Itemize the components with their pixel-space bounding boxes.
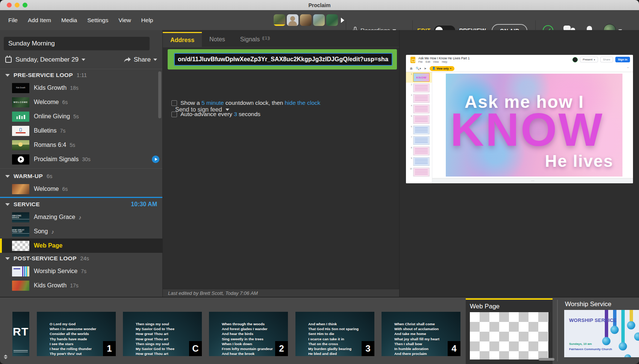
minimize-button[interactable] [15,3,20,8]
zoom-button[interactable] [23,3,27,8]
section-header-pre-service-loop[interactable]: PRE-SERVICE LOOP1:11 [0,69,162,81]
share-button[interactable]: Share [124,56,157,63]
section-name: PRE-SERVICE LOOP [14,72,73,79]
service-item-proclaim-signals[interactable]: Proclaim Signals30s [0,152,162,166]
service-item-kids-growth[interactable]: Kids Growth17s [0,278,162,293]
gslides-rail-thumb: 8 [406,146,432,156]
worship-card-title: Worship Service [565,301,611,308]
sidebar-scrollbar[interactable] [158,71,161,118]
gslides-rail-thumb: 3 [406,93,432,104]
gslides-avatar [572,57,578,62]
gslides-mini-slide [413,125,430,134]
collaborator-avatar[interactable] [313,14,325,26]
hide-clock-link[interactable]: hide the clock [285,100,320,106]
chevron-down-icon [82,59,85,61]
section-header-service[interactable]: SERVICE10:30 AM [0,199,162,210]
tab-address[interactable]: Address [163,32,202,47]
filmstrip-slide-c[interactable]: Then sings my soulMy Savior God to TheeH… [123,312,202,356]
gslides-mini-slide [413,83,430,92]
gslides-rail-thumb: 7 [406,135,432,146]
calendar-icon [5,57,12,63]
item-duration: 18s [70,85,79,91]
google-slides-icon [410,57,415,63]
gslides-slide-number: 5 [407,115,412,118]
section-header-warm-up[interactable]: WARM-UP6s [0,171,162,182]
gslides-mini-slide: KNOW [413,73,430,82]
section-meta: 10:30 AM [131,201,157,208]
menu-help[interactable]: Help [141,17,153,24]
service-item-kids-growth[interactable]: Kids GrowthKids Growth18s [0,81,162,95]
service-title-input[interactable] [4,37,150,50]
section-header-post-service-loop[interactable]: POST-SERVICE LOOP24s [0,253,162,264]
filmstrip-scrollbar[interactable] [539,358,554,361]
service-item-worship-service[interactable]: Worship Service7s [0,264,162,278]
menu-media[interactable]: Media [61,17,77,24]
service-item-amazing-grace[interactable]: AMAZING GRACEAmazing Grace♪ [0,210,162,224]
menu-settings[interactable]: Settings [87,17,108,24]
menu-add-item[interactable]: Add Item [28,17,51,24]
collaborator-avatar[interactable] [326,14,338,26]
webpage-transparent-thumb[interactable] [470,312,548,359]
preview-play-button[interactable] [152,156,159,163]
countdown-minutes-link[interactable]: 5 minute [201,100,224,106]
slide-lyrics: When Christ shall comeWith shout of accl… [394,322,441,356]
item-title: Kids Growth [34,282,67,289]
close-button[interactable] [7,3,12,8]
slide-lyrics: O Lord my GodWhen I in awesome wonderCon… [50,322,96,356]
cursor-icon: ➤ [424,67,427,70]
collapse-triangle-icon [5,175,10,178]
gslides-slide-number: 10 [407,168,412,170]
item-duration: 30s [82,156,91,162]
section-divider [0,168,162,169]
web-page-address-input[interactable] [174,53,392,66]
bar-chart-icon [17,114,25,119]
countdown-label: Show a 5 minute countdown clock, then hi… [180,100,320,106]
auto-advance-seconds-link[interactable]: 3 [234,111,237,117]
menu-file[interactable]: File [8,17,18,24]
item-duration: 5s [73,113,79,119]
item-duration: 7s [81,268,86,274]
filmstrip-expander[interactable] [4,355,8,359]
filmstrip-slide-3[interactable]: And when I thinkThat God His Son not spa… [295,312,374,356]
service-date-dropdown[interactable]: Sunday, December 29 [15,56,79,63]
music-note-icon: ♪ [79,214,82,221]
thumb-label: HOW GREAT THOU ART [12,229,29,234]
menu-view[interactable]: View [118,17,131,24]
filmstrip-webpage-card[interactable]: Web Page [466,298,553,364]
service-item-welcome[interactable]: WELCOMEWelcome6s [0,95,162,109]
service-item-welcome[interactable]: Welcome6s [0,182,162,196]
slide-lyrics: Then sings my soulMy Savior God to TheeH… [136,322,174,356]
gslides-slide-number: 1 [407,73,412,76]
webpage-card-title: Web Page [470,303,500,310]
tab-signals[interactable]: Signals (( 1 )) [233,32,277,47]
section-name: SERVICE [14,201,40,208]
filmstrip-worship-thumb[interactable]: WORSHIP SERVICE Sundays, 10 am Fairhaven… [564,310,639,357]
service-item-web-page[interactable]: Web Page [0,239,162,253]
checker-thumbnail [12,241,29,251]
collaborator-avatar[interactable] [287,14,298,26]
service-item-romans-6-4[interactable]: Romans 6:45s [0,138,162,152]
gslides-mini-slide [413,104,430,113]
send-to-sign-feed-dropdown[interactable]: Send to sign feed [175,106,229,113]
gslides-slide-number: 9 [407,157,412,160]
thumb-label: Kids Growth [16,87,26,89]
service-item-song[interactable]: HOW GREAT THOU ARTSong♪ [0,224,162,239]
filmstrip-partial-slide[interactable]: ART [12,312,29,356]
slide-badge: 4 [448,341,460,356]
gslides-mini-slide [413,136,430,145]
gslides-rail-thumb: 5 [406,114,432,125]
tab-notes[interactable]: Notes [202,32,233,47]
item-settings-panel: Address Notes Signals (( 1 )) Show a 5 m… [162,30,399,297]
google-slides-preview[interactable]: Ask Me How I Know He Lives Part 1 FileEd… [406,55,633,183]
service-item-bulletins[interactable]: Bulletins7s [0,124,162,138]
item-title: Song [34,228,48,235]
collaborator-avatar[interactable] [274,14,285,26]
filmstrip-slide-2[interactable]: When through the woodsAnd forest glades … [209,312,288,356]
collaborator-avatar[interactable] [300,14,312,26]
filmstrip-slide-1[interactable]: O Lord my GodWhen I in awesome wonderCon… [37,312,116,356]
item-duration: 6s [62,186,68,192]
countdown-checkbox[interactable] [171,100,177,106]
more-collaborators-icon[interactable] [341,18,344,23]
service-item-online-giving[interactable]: Online Giving5s [0,109,162,124]
filmstrip-slide-4[interactable]: When Christ shall comeWith shout of accl… [382,312,460,356]
